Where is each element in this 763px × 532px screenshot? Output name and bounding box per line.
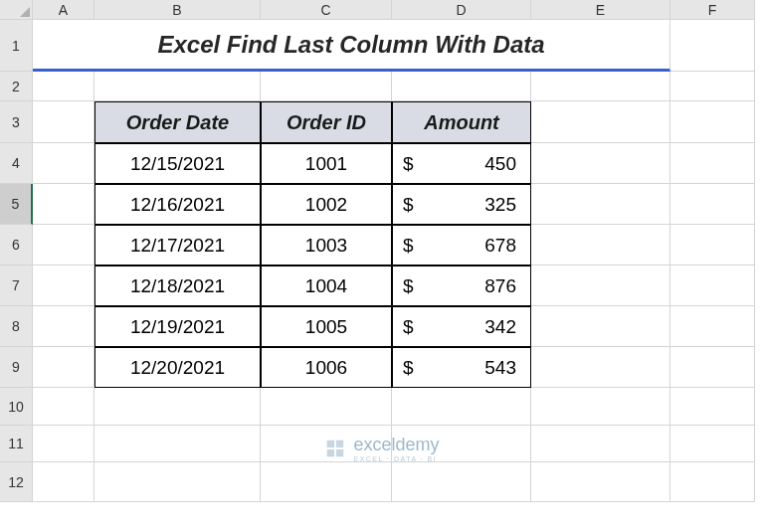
cell-D12[interactable] (392, 462, 531, 502)
table-row[interactable]: 1004 (261, 266, 392, 306)
cell-E10[interactable] (531, 388, 670, 426)
cell-A12[interactable] (33, 462, 95, 502)
cell-A4[interactable] (33, 143, 95, 184)
cell-E3[interactable] (531, 101, 670, 143)
row-header-8[interactable]: 8 (0, 306, 33, 347)
watermark-tagline: EXCEL · DATA · BI (353, 455, 439, 462)
cell-A6[interactable] (33, 225, 95, 266)
cell-F3[interactable] (670, 101, 755, 143)
row-header-7[interactable]: 7 (0, 266, 33, 306)
amount-value: 325 (484, 194, 516, 216)
cell-F9[interactable] (670, 347, 755, 388)
cell-F7[interactable] (670, 266, 755, 306)
currency-symbol: $ (403, 153, 414, 175)
cell-E6[interactable] (531, 225, 670, 266)
amount-value: 876 (484, 275, 516, 297)
cell-B11[interactable] (95, 426, 261, 462)
table-row[interactable]: 12/18/2021 (95, 266, 261, 306)
cell-E2[interactable] (531, 72, 670, 101)
row-header-3[interactable]: 3 (0, 101, 33, 143)
cell-A9[interactable] (33, 347, 95, 388)
cell-B12[interactable] (95, 462, 261, 502)
cell-A2[interactable] (33, 72, 95, 101)
spreadsheet-grid: A B C D E F 1 Excel Find Last Column Wit… (0, 0, 763, 502)
table-row[interactable]: 1005 (261, 306, 392, 347)
amount-value: 543 (484, 357, 516, 379)
row-header-9[interactable]: 9 (0, 347, 33, 388)
table-header-id[interactable]: Order ID (261, 101, 392, 143)
currency-symbol: $ (403, 316, 414, 338)
cell-A5[interactable] (33, 184, 95, 225)
cell-C10[interactable] (261, 388, 392, 426)
cell-F11[interactable] (670, 426, 755, 462)
row-header-10[interactable]: 10 (0, 388, 33, 426)
cell-A10[interactable] (33, 388, 95, 426)
table-row[interactable]: 12/15/2021 (95, 143, 261, 184)
amount-value: 678 (484, 235, 516, 257)
table-header-amount[interactable]: Amount (392, 101, 531, 143)
cell-F12[interactable] (670, 462, 755, 502)
cell-E5[interactable] (531, 184, 670, 225)
cell-F4[interactable] (670, 143, 755, 184)
table-header-date[interactable]: Order Date (95, 101, 261, 143)
amount-value: 342 (484, 316, 516, 338)
page-title: Excel Find Last Column With Data (33, 20, 670, 72)
cell-E12[interactable] (531, 462, 670, 502)
col-header-A[interactable]: A (33, 0, 95, 20)
table-row[interactable]: $450 (392, 143, 531, 184)
col-header-F[interactable]: F (670, 0, 755, 20)
cell-F6[interactable] (670, 225, 755, 266)
cell-A3[interactable] (33, 101, 95, 143)
cell-A8[interactable] (33, 306, 95, 347)
currency-symbol: $ (403, 275, 414, 297)
cell-D10[interactable] (392, 388, 531, 426)
table-row[interactable]: 1006 (261, 347, 392, 388)
cell-A11[interactable] (33, 426, 95, 462)
table-row[interactable]: $342 (392, 306, 531, 347)
col-header-C[interactable]: C (261, 0, 392, 20)
cell-C12[interactable] (261, 462, 392, 502)
cell-E4[interactable] (531, 143, 670, 184)
amount-value: 450 (484, 153, 516, 175)
currency-symbol: $ (403, 235, 414, 257)
table-row[interactable]: 1001 (261, 143, 392, 184)
cell-B10[interactable] (95, 388, 261, 426)
row-header-6[interactable]: 6 (0, 225, 33, 266)
col-header-D[interactable]: D (392, 0, 531, 20)
cell-E8[interactable] (531, 306, 670, 347)
cell-B2[interactable] (95, 72, 261, 101)
table-row[interactable]: $678 (392, 225, 531, 266)
cell-D2[interactable] (392, 72, 531, 101)
table-row[interactable]: $543 (392, 347, 531, 388)
logo-icon (323, 438, 345, 459)
row-header-11[interactable]: 11 (0, 426, 33, 462)
cell-F10[interactable] (670, 388, 755, 426)
table-row[interactable]: $325 (392, 184, 531, 225)
table-row[interactable]: 12/17/2021 (95, 225, 261, 266)
table-row[interactable]: 12/20/2021 (95, 347, 261, 388)
cell-E9[interactable] (531, 347, 670, 388)
cell-C2[interactable] (261, 72, 392, 101)
cell-F8[interactable] (670, 306, 755, 347)
cell-E11[interactable] (531, 426, 670, 462)
cell-F5[interactable] (670, 184, 755, 225)
watermark-name: exceldemy (353, 435, 439, 454)
currency-symbol: $ (403, 194, 414, 216)
row-header-2[interactable]: 2 (0, 72, 33, 101)
select-all-corner[interactable] (0, 0, 33, 20)
table-row[interactable]: 1002 (261, 184, 392, 225)
table-row[interactable]: $876 (392, 266, 531, 306)
row-header-5[interactable]: 5 (0, 184, 33, 225)
table-row[interactable]: 1003 (261, 225, 392, 266)
cell-F1[interactable] (670, 20, 755, 72)
cell-A7[interactable] (33, 266, 95, 306)
cell-E7[interactable] (531, 266, 670, 306)
row-header-1[interactable]: 1 (0, 20, 33, 72)
col-header-E[interactable]: E (531, 0, 670, 20)
cell-F2[interactable] (670, 72, 755, 101)
row-header-12[interactable]: 12 (0, 462, 33, 502)
row-header-4[interactable]: 4 (0, 143, 33, 184)
col-header-B[interactable]: B (95, 0, 261, 20)
table-row[interactable]: 12/16/2021 (95, 184, 261, 225)
table-row[interactable]: 12/19/2021 (95, 306, 261, 347)
